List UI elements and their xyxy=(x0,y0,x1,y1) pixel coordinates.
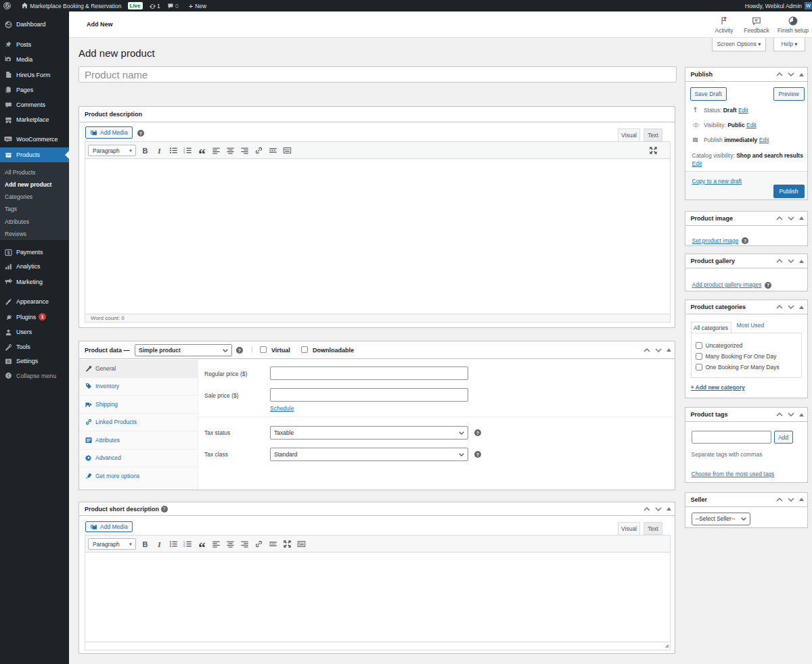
svg-text:Woo: Woo xyxy=(5,138,11,141)
svg-text:3: 3 xyxy=(183,151,185,154)
svg-text:$: $ xyxy=(7,250,9,256)
svg-text:3: 3 xyxy=(183,544,185,548)
